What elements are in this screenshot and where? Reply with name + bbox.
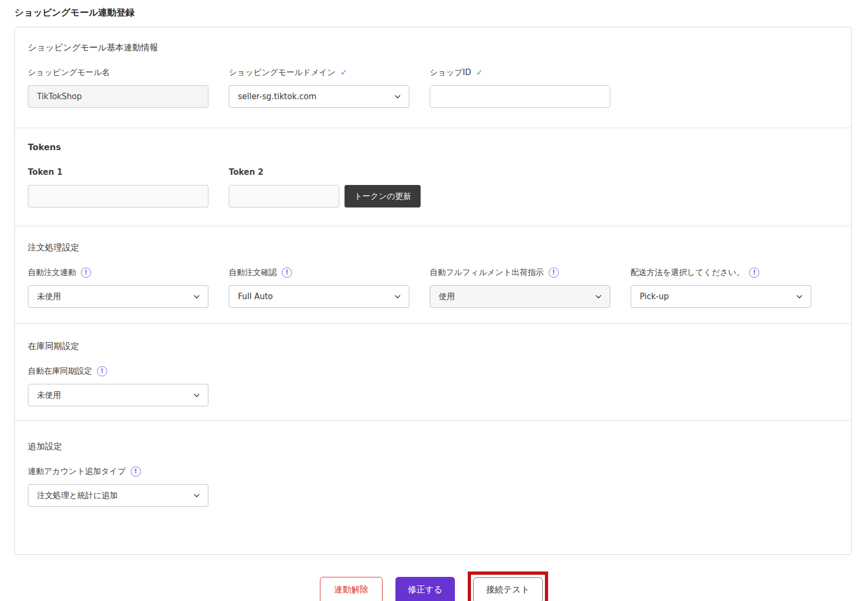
section-tokens: Tokens Token 1 Token 2 トークンの更新 <box>15 128 851 226</box>
mall-name-input[interactable] <box>28 85 208 108</box>
chevron-down-icon <box>193 391 200 399</box>
auto-inventory-sync-value: 未使用 <box>37 390 61 400</box>
auto-inventory-sync-field: 自動在庫同期設定 ! 未使用 <box>28 366 208 406</box>
section-additional-settings: 追加設定 連動アカウント追加タイプ ! 注文処理と統計に追加 <box>15 420 851 554</box>
auto-order-confirm-label: 自動注文確認 ! <box>229 267 409 278</box>
shop-id-label-text: ショップID <box>430 68 471 78</box>
account-add-type-value: 注文処理と統計に追加 <box>37 491 118 501</box>
account-add-type-select[interactable]: 注文処理と統計に追加 <box>28 484 208 507</box>
mall-domain-label-text: ショッピングモールドメイン <box>229 68 335 78</box>
account-add-type-label: 連動アカウント追加タイプ ! <box>28 466 208 477</box>
auto-inventory-sync-label-text: 自動在庫同期設定 <box>28 366 92 376</box>
info-icon[interactable]: ! <box>131 466 141 477</box>
account-add-type-label-text: 連動アカウント追加タイプ <box>28 466 126 477</box>
tokens-heading: Tokens <box>28 142 839 153</box>
check-icon: ✓ <box>476 68 483 77</box>
integration-form-card: ショッピングモール基本連動情報 ショッピングモール名 ショッピングモールドメイン… <box>14 27 852 555</box>
info-icon[interactable]: ! <box>549 268 559 278</box>
mall-domain-select[interactable]: seller-sg.tiktok.com <box>229 85 409 108</box>
action-buttons-row: 連動解除 修正する 接続テスト <box>0 572 868 601</box>
auto-fulfillment-value: 使用 <box>439 292 455 302</box>
basic-info-heading: ショッピングモール基本連動情報 <box>28 42 839 53</box>
check-icon: ✓ <box>340 68 347 77</box>
account-add-type-field: 連動アカウント追加タイプ ! 注文処理と統計に追加 <box>28 466 208 507</box>
shipping-method-select[interactable]: Pick-up <box>631 285 811 308</box>
auto-inventory-sync-label: 自動在庫同期設定 ! <box>28 366 208 376</box>
chevron-down-icon <box>394 93 401 100</box>
info-icon[interactable]: ! <box>749 268 759 278</box>
auto-order-link-select[interactable]: 未使用 <box>28 285 208 308</box>
auto-order-confirm-label-text: 自動注文確認 <box>229 268 277 278</box>
auto-order-confirm-field: 自動注文確認 ! Full Auto <box>229 267 409 308</box>
mall-name-field: ショッピングモール名 <box>28 67 208 108</box>
auto-fulfillment-label-text: 自動フルフィルメント出荷指示 <box>430 268 544 278</box>
chevron-down-icon <box>595 293 602 300</box>
additional-settings-heading: 追加設定 <box>28 441 839 452</box>
refresh-token-button[interactable]: トークンの更新 <box>345 185 421 207</box>
inventory-settings-heading: 在庫同期設定 <box>28 341 839 352</box>
page-title: ショッピングモール連動登録 <box>14 7 868 18</box>
mall-domain-label: ショッピングモールドメイン ✓ <box>229 67 409 78</box>
token1-input[interactable] <box>28 185 208 207</box>
info-icon[interactable]: ! <box>81 268 91 278</box>
info-icon[interactable]: ! <box>282 268 292 278</box>
info-icon[interactable]: ! <box>97 366 107 376</box>
auto-order-link-value: 未使用 <box>37 292 61 302</box>
shop-id-input[interactable] <box>430 85 610 108</box>
chevron-down-icon <box>796 293 803 300</box>
auto-inventory-sync-select[interactable]: 未使用 <box>28 384 208 406</box>
connection-test-button[interactable]: 接続テスト <box>473 577 543 601</box>
mall-name-label: ショッピングモール名 <box>28 67 208 78</box>
auto-fulfillment-label: 自動フルフィルメント出荷指示 ! <box>430 267 610 278</box>
auto-fulfillment-field: 自動フルフィルメント出荷指示 ! 使用 <box>430 267 610 308</box>
section-order-settings: 注文処理設定 自動注文連動 ! 未使用 自動注文確認 ! <box>15 226 851 323</box>
modify-button[interactable]: 修正する <box>395 577 455 601</box>
shop-id-field: ショップID ✓ <box>430 67 610 108</box>
token2-label-text: Token 2 <box>229 167 264 177</box>
auto-order-link-label: 自動注文連動 ! <box>28 267 208 278</box>
token1-label: Token 1 <box>28 167 208 177</box>
auto-order-link-label-text: 自動注文連動 <box>28 268 76 278</box>
auto-order-confirm-select[interactable]: Full Auto <box>229 285 409 308</box>
section-inventory-settings: 在庫同期設定 自動在庫同期設定 ! 未使用 <box>15 323 851 420</box>
token2-field: Token 2 <box>229 167 339 207</box>
section-basic-info: ショッピングモール基本連動情報 ショッピングモール名 ショッピングモールドメイン… <box>15 27 851 128</box>
auto-fulfillment-select[interactable]: 使用 <box>430 285 610 308</box>
shipping-method-value: Pick-up <box>640 292 669 301</box>
unlink-button[interactable]: 連動解除 <box>320 577 383 601</box>
shipping-method-label-text: 配送方法を選択してください。 <box>631 268 744 278</box>
auto-order-link-field: 自動注文連動 ! 未使用 <box>28 267 208 308</box>
shipping-method-field: 配送方法を選択してください。 ! Pick-up <box>631 267 811 308</box>
chevron-down-icon <box>193 293 200 300</box>
mall-domain-value: seller-sg.tiktok.com <box>238 92 317 101</box>
order-settings-heading: 注文処理設定 <box>28 242 839 253</box>
token2-input[interactable] <box>229 185 339 207</box>
auto-order-confirm-value: Full Auto <box>238 292 273 301</box>
chevron-down-icon <box>193 492 200 499</box>
token1-field: Token 1 <box>28 167 208 207</box>
token1-label-text: Token 1 <box>28 167 63 177</box>
token2-label: Token 2 <box>229 167 339 177</box>
connection-test-highlight-box: 接続テスト <box>468 572 548 601</box>
shop-id-label: ショップID ✓ <box>430 67 610 78</box>
mall-domain-field: ショッピングモールドメイン ✓ seller-sg.tiktok.com <box>229 67 409 108</box>
chevron-down-icon <box>394 293 401 300</box>
shipping-method-label: 配送方法を選択してください。 ! <box>631 267 811 278</box>
mall-name-label-text: ショッピングモール名 <box>28 68 110 78</box>
